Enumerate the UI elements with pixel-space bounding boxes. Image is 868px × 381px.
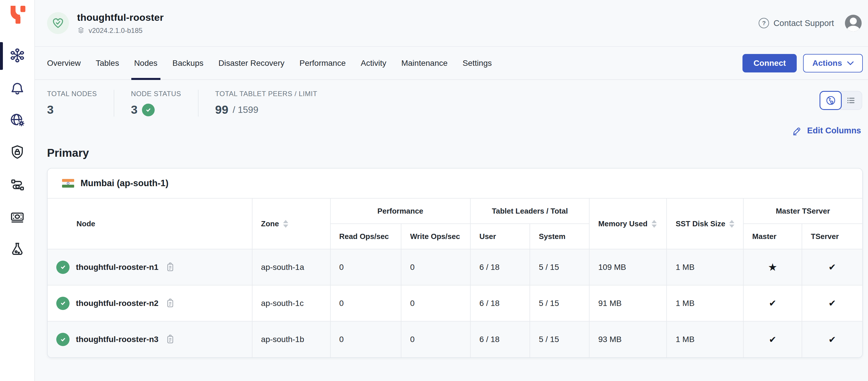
tab-performance[interactable]: Performance <box>292 47 353 79</box>
tab-activity[interactable]: Activity <box>353 47 394 79</box>
node-status-ok-icon <box>142 104 155 116</box>
labs-flask-icon <box>9 241 26 259</box>
list-view-toggle[interactable] <box>840 91 862 110</box>
copy-icon[interactable] <box>165 262 175 273</box>
col-header-user: User <box>470 224 530 249</box>
cell-read-ops: 0 <box>331 249 401 285</box>
region-card-mumbai: Mumbai (ap-south-1) Node Zone Pe <box>47 168 863 358</box>
chevron-down-icon <box>847 61 854 65</box>
col-header-read-ops: Read Ops/sec <box>331 224 401 249</box>
cell-memory: 91 MB <box>589 285 666 321</box>
cell-tserver-icon: ✔ <box>802 285 862 321</box>
view-toggle <box>819 91 862 110</box>
stat-node-status: NODE STATUS 3 <box>114 90 198 117</box>
india-flag-icon <box>62 179 74 187</box>
cell-write-ops: 0 <box>401 285 470 321</box>
edit-columns-row: Edit Columns <box>35 117 868 136</box>
cell-sst: 1 MB <box>666 249 743 285</box>
sidebar-item-cluster[interactable] <box>0 40 34 72</box>
table-row-node-n1: thoughtful-rooster-n1 ap-south-1a 0 <box>48 249 862 285</box>
stat-tablet-peers: TOTAL TABLET PEERS / LIMIT 99 / 1599 <box>198 90 334 117</box>
connect-button[interactable]: Connect <box>742 54 797 72</box>
node-name-link[interactable]: thoughtful-rooster-n2 <box>76 299 158 308</box>
sidebar-item-alerts[interactable] <box>0 72 34 105</box>
node-healthy-icon <box>56 297 69 310</box>
cell-tserver-icon: ✔ <box>802 249 862 285</box>
sidebar <box>0 0 35 381</box>
sidebar-item-labs[interactable] <box>0 234 34 266</box>
cell-user-tablets: 6 / 18 <box>470 249 530 285</box>
avatar-head-icon <box>850 18 857 25</box>
sidebar-item-journey[interactable] <box>0 169 34 202</box>
contact-support-label: Contact Support <box>773 19 834 28</box>
col-header-memory[interactable]: Memory Used <box>589 198 666 249</box>
cell-master-leader-icon: ★ <box>743 249 802 285</box>
sort-icon-sst[interactable] <box>729 220 734 228</box>
col-header-node: Node <box>48 198 252 249</box>
node-name-link[interactable]: thoughtful-rooster-n3 <box>76 335 158 344</box>
cell-read-ops: 0 <box>331 285 401 321</box>
stat-tablet-peers-label: TOTAL TABLET PEERS / LIMIT <box>215 90 317 98</box>
actions-button[interactable]: Actions <box>803 54 863 72</box>
tab-actions: Connect Actions <box>742 54 863 72</box>
tab-disaster-recovery[interactable]: Disaster Recovery <box>211 47 292 79</box>
stat-tablet-peers-value: 99 <box>215 103 228 117</box>
cell-system-tablets: 5 / 15 <box>530 249 589 285</box>
cluster-title-block: thoughtful-rooster v2024.2.1.0-b185 <box>77 12 164 35</box>
tab-tables[interactable]: Tables <box>88 47 127 79</box>
node-healthy-icon <box>56 333 69 346</box>
question-circle-icon: ? <box>758 18 769 28</box>
col-header-tserver: TServer <box>802 224 862 249</box>
map-view-toggle[interactable] <box>819 91 842 110</box>
tab-overview[interactable]: Overview <box>47 47 88 79</box>
node-stats: TOTAL NODES 3 NODE STATUS 3 TOTAL TABLET… <box>47 90 334 117</box>
sidebar-item-regions[interactable] <box>0 105 34 137</box>
col-group-performance: Performance <box>331 198 471 224</box>
cell-memory: 109 MB <box>589 249 666 285</box>
stat-node-status-label: NODE STATUS <box>131 90 181 98</box>
copy-icon[interactable] <box>165 334 175 345</box>
heart-check-icon <box>51 17 65 30</box>
stat-total-nodes-value: 3 <box>47 103 54 117</box>
cluster-health-badge <box>47 12 69 34</box>
regions-globe-gear-icon <box>9 111 26 130</box>
sidebar-item-security[interactable] <box>0 137 34 169</box>
contact-support-link[interactable]: ? Contact Support <box>758 18 834 28</box>
col-group-master-tserver: Master TServer <box>743 198 862 224</box>
cell-tserver-icon: ✔ <box>802 321 862 357</box>
cluster-header: thoughtful-rooster v2024.2.1.0-b185 ? Co… <box>35 0 868 47</box>
node-name-link[interactable]: thoughtful-rooster-n1 <box>76 263 158 272</box>
cell-read-ops: 0 <box>331 321 401 357</box>
col-header-sst[interactable]: SST Disk Size <box>666 198 743 249</box>
cell-zone: ap-south-1b <box>252 321 331 357</box>
tabs: Overview Tables Nodes Backups Disaster R… <box>47 47 499 79</box>
cell-master-icon: ✔ <box>743 285 802 321</box>
node-healthy-icon <box>56 261 69 274</box>
section-title-primary: Primary <box>35 136 868 159</box>
sort-icon-zone[interactable] <box>283 220 288 228</box>
stat-node-status-value: 3 <box>131 103 137 117</box>
stats-section: TOTAL NODES 3 NODE STATUS 3 TOTAL TABLET… <box>35 80 868 117</box>
alerts-bell-icon <box>9 79 26 97</box>
edit-columns-button[interactable]: Edit Columns <box>792 125 861 136</box>
cluster-name: thoughtful-rooster <box>77 12 164 23</box>
cell-sst: 1 MB <box>666 285 743 321</box>
region-card-header: Mumbai (ap-south-1) <box>48 169 862 198</box>
stat-total-nodes-label: TOTAL NODES <box>47 90 97 98</box>
cell-sst: 1 MB <box>666 321 743 357</box>
tab-settings[interactable]: Settings <box>455 47 499 79</box>
copy-icon[interactable] <box>165 298 175 309</box>
sidebar-item-billing[interactable] <box>0 202 34 234</box>
col-header-write-ops: Write Ops/sec <box>401 224 470 249</box>
sort-icon-memory[interactable] <box>652 220 657 228</box>
user-avatar[interactable] <box>845 15 862 31</box>
cell-zone: ap-south-1c <box>252 285 331 321</box>
col-header-zone[interactable]: Zone <box>252 198 331 249</box>
cell-system-tablets: 5 / 15 <box>530 321 589 357</box>
stat-total-nodes: TOTAL NODES 3 <box>47 90 114 117</box>
tab-backups[interactable]: Backups <box>165 47 211 79</box>
tab-nodes[interactable]: Nodes <box>127 47 165 79</box>
yugabyte-logo[interactable] <box>9 6 26 25</box>
tab-maintenance[interactable]: Maintenance <box>394 47 455 79</box>
globe-map-icon <box>825 95 837 106</box>
